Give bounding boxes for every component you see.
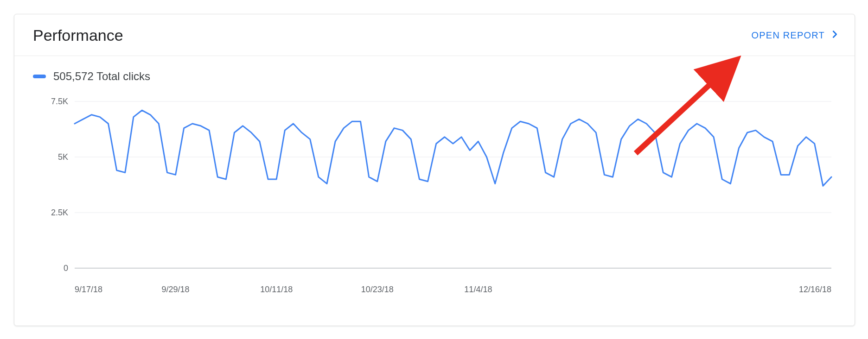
performance-card: Performance OPEN REPORT 505,572 Total cl… bbox=[14, 14, 855, 326]
x-axis-ticks: 9/17/189/29/1810/11/1810/23/1811/4/1812/… bbox=[33, 285, 836, 298]
x-tick-label: 10/23/18 bbox=[361, 285, 394, 295]
chart-legend: 505,572 Total clicks bbox=[14, 56, 855, 88]
legend-label: 505,572 Total clicks bbox=[53, 70, 150, 83]
open-report-label: OPEN REPORT bbox=[752, 30, 825, 41]
x-tick-label: 9/29/18 bbox=[162, 285, 190, 295]
legend-swatch bbox=[33, 75, 46, 78]
line-chart-svg bbox=[33, 97, 836, 282]
x-tick-label: 12/16/18 bbox=[799, 285, 831, 295]
open-report-button[interactable]: OPEN REPORT bbox=[752, 29, 840, 42]
card-title: Performance bbox=[33, 26, 123, 44]
chevron-right-icon bbox=[830, 29, 840, 42]
x-tick-label: 11/4/18 bbox=[464, 285, 492, 295]
x-tick-label: 10/11/18 bbox=[260, 285, 293, 295]
x-tick-label: 9/17/18 bbox=[75, 285, 102, 295]
card-header: Performance OPEN REPORT bbox=[14, 14, 855, 56]
chart-area: 02.5K5K7.5K bbox=[33, 97, 836, 282]
